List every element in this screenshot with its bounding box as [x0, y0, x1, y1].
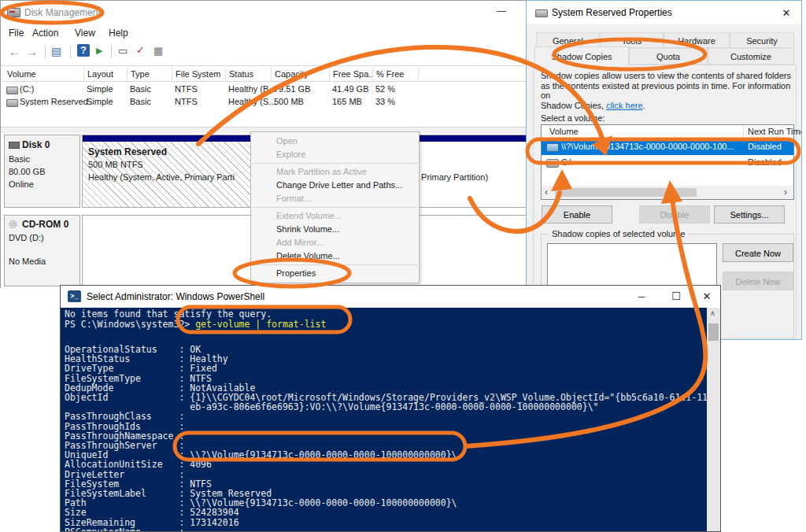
enable-button[interactable]: Enable	[542, 205, 612, 224]
next-run-value: Disabled	[748, 142, 782, 151]
tab-quota[interactable]: Quota	[629, 48, 708, 65]
volume-list: Volume Layout Type File System Status Ca…	[2, 67, 527, 127]
action-pane-icon[interactable]: ▶	[96, 46, 102, 56]
disk0-size: 80.00 GB	[9, 167, 45, 176]
col-status[interactable]: Status	[226, 67, 272, 81]
tab-shadow-copies[interactable]: Shadow Copies	[534, 46, 629, 65]
toolbar-separator	[70, 46, 71, 58]
scroll-up-arrow[interactable]: ∧	[710, 309, 715, 317]
dialog-volume-row-selected[interactable]: \\?\Volume{9134713c-0000-0000-0000-100..…	[542, 139, 793, 155]
cell-free: 41.49 GB	[332, 84, 368, 94]
dialog-col-next-run[interactable]: Next Run Time	[748, 127, 802, 136]
terminal[interactable]: No items found that satisfy the query. P…	[61, 308, 720, 531]
tab-general[interactable]: General	[536, 32, 600, 48]
cell-status: Healthy (S...	[228, 97, 276, 106]
output-line: PassThroughClass :	[65, 412, 708, 421]
dialog-col-volume[interactable]: Volume	[549, 127, 579, 136]
scrollbar-thumb[interactable]	[555, 188, 697, 197]
cell-volume: System Reserved	[20, 97, 88, 106]
col-volume[interactable]: Volume	[2, 67, 84, 81]
menu-item-extend-volume[interactable]: Extend Volume...	[251, 209, 419, 223]
disk-management-titlebar: Disk Management —	[1, 1, 528, 24]
tab-customize[interactable]: Customize	[708, 48, 794, 65]
col-free-space[interactable]: Free Spa...	[330, 67, 373, 81]
menu-action[interactable]: Action	[32, 28, 58, 39]
menu-item-change-drive-letter[interactable]: Change Drive Letter and Paths...	[251, 179, 419, 192]
properties-icon[interactable]: ▦	[153, 45, 163, 57]
header-separator	[743, 126, 744, 139]
col-file-system[interactable]: File System	[172, 67, 226, 81]
disk0-label-cell[interactable]: Disk 0 Basic 80.00 GB Online	[4, 135, 80, 208]
dialog-title: System Reserved Properties	[552, 7, 672, 18]
cdrom-status: No Media	[9, 257, 46, 266]
maximize-button[interactable]: ☐	[659, 286, 693, 308]
check-icon[interactable]: ✓	[136, 44, 145, 56]
powershell-app-icon: >_	[68, 290, 81, 302]
disable-button[interactable]: Disable	[639, 205, 710, 224]
menu-view[interactable]: View	[75, 28, 95, 39]
col-layout[interactable]: Layout	[84, 67, 128, 81]
description-line3-prefix: Shadow Copies,	[541, 101, 606, 110]
scroll-right-arrow[interactable]: ›	[784, 187, 787, 198]
minimize-button[interactable]: —	[487, 2, 516, 20]
menu-item-format[interactable]: Format...	[251, 192, 419, 205]
volume-row-c[interactable]: (C:) Simple Basic NTFS Healthy (B... 79.…	[2, 84, 527, 97]
menu-item-add-mirror[interactable]: Add Mirror...	[251, 236, 419, 249]
menu-item-explore[interactable]: Explore	[251, 148, 419, 161]
cell-pctfree: 33 %	[375, 97, 395, 106]
click-here-link[interactable]: click here	[606, 101, 642, 110]
cdrom-media: DVD (D:)	[9, 233, 44, 242]
cell-fs: NTFS	[175, 97, 198, 106]
volume-icon	[546, 159, 559, 168]
description-line3: Shadow Copies, click here.	[541, 101, 793, 111]
menu-item-open[interactable]: Open	[251, 135, 419, 148]
close-button[interactable]: ✕	[693, 286, 720, 308]
dialog-icon[interactable]: ▭	[118, 45, 128, 57]
terminal-scrollbar[interactable]: ∧	[707, 308, 720, 531]
col-capacity[interactable]: Capacity	[272, 67, 330, 81]
disk0-kind: Basic	[9, 154, 30, 164]
cell-volume: (C:)	[20, 84, 34, 94]
col-type[interactable]: Type	[128, 67, 172, 81]
menu-file[interactable]: File	[9, 28, 24, 39]
partition-system-reserved[interactable]: System Reserved 500 MB NTFS Healthy (Sys…	[82, 135, 261, 208]
volume-row-system-reserved[interactable]: System Reserved Simple Basic NTFS Health…	[2, 97, 527, 109]
minimize-button[interactable]: ─	[624, 286, 659, 308]
dialog-titlebar: System Reserved Properties ✕	[527, 1, 801, 24]
volume-icon	[6, 87, 18, 94]
cell-pctfree: 52 %	[375, 84, 395, 94]
settings-button[interactable]: Settings...	[714, 205, 785, 224]
volume-icon	[6, 99, 18, 107]
menu-item-properties[interactable]: Properties	[251, 267, 419, 280]
back-icon[interactable]: ←	[9, 45, 20, 58]
output-line: Size : 524283904	[65, 508, 708, 517]
menu-item-delete-volume[interactable]: Delete Volume...	[251, 249, 419, 263]
menu-item-shrink-volume[interactable]: Shrink Volume...	[251, 223, 419, 236]
menu-item-mark-partition-active[interactable]: Mark Partition as Active	[251, 165, 419, 179]
next-run-value: Disabled	[748, 157, 782, 167]
cdrom-label-cell[interactable]: ◎ CD-ROM 0 DVD (D:) No Media	[4, 215, 80, 286]
cdrom-icon: ◎	[9, 218, 17, 229]
dialog-volume-row-c[interactable]: C:\ Disabled	[542, 155, 793, 171]
select-volume-label: Select a volume:	[541, 113, 604, 123]
tab-tools[interactable]: Tools	[600, 32, 664, 48]
cell-capacity: 500 MB	[274, 97, 304, 106]
help-icon[interactable]: ?	[77, 44, 90, 57]
scrollbar-thumb[interactable]	[708, 323, 719, 341]
console-tree-icon[interactable]: ▤	[51, 45, 61, 57]
delete-now-button[interactable]: Delete Now	[723, 272, 793, 290]
col-pct-free[interactable]: % Free	[373, 67, 419, 81]
disk-management-title: Disk Management	[24, 7, 101, 18]
description-line2: as the contents existed at previous poin…	[541, 81, 793, 101]
cell-layout: Simple	[87, 97, 113, 106]
tab-security[interactable]: Security	[730, 32, 794, 48]
scroll-left-arrow[interactable]: ‹	[545, 187, 548, 198]
dialog-close-button[interactable]: ✕	[777, 6, 796, 21]
forward-icon[interactable]: →	[26, 45, 38, 58]
output-line: DriveLetter :	[65, 470, 708, 479]
output-line: DriveType : Fixed	[65, 364, 708, 373]
menu-help[interactable]: Help	[109, 28, 128, 39]
horizontal-scrollbar[interactable]: ‹ ›	[542, 186, 793, 199]
create-now-button[interactable]: Create Now	[723, 243, 793, 262]
tab-hardware[interactable]: Hardware	[664, 32, 730, 48]
